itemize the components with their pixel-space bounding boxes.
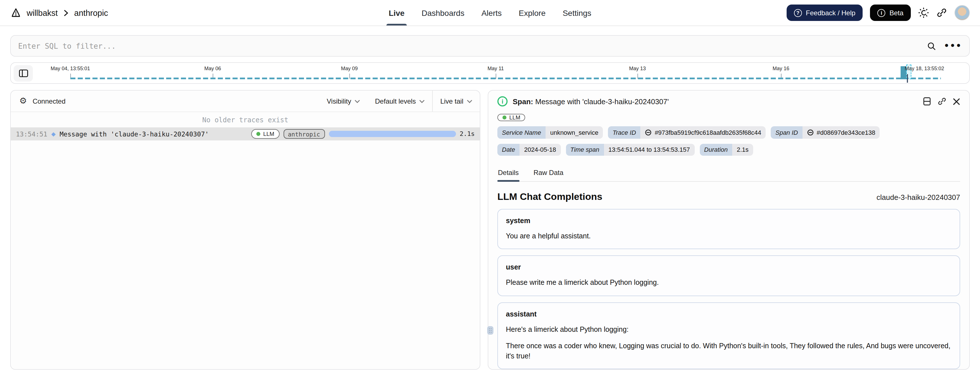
drag-dots-icon xyxy=(489,328,490,329)
sql-filter-bar: ••• xyxy=(10,35,970,57)
tab-dashboards[interactable]: Dashboards xyxy=(413,0,473,25)
span-meta-row-times: Date 2024-05-18 Time span 13:54:51.044 t… xyxy=(497,144,960,156)
span-id-chip: Span ID #d08697de343ce138 xyxy=(771,126,880,139)
copy-link-icon[interactable] xyxy=(937,97,947,106)
share-link-icon[interactable] xyxy=(936,7,947,18)
live-tail-dropdown[interactable]: Live tail xyxy=(433,90,480,112)
connection-status: Connected xyxy=(33,97,65,105)
llm-badge: LLM xyxy=(497,114,525,121)
tab-details[interactable]: Details xyxy=(497,164,519,181)
duration-chip: Duration 2.1s xyxy=(700,144,753,156)
timeline-tick-label: May 06 xyxy=(204,66,221,71)
span-header: i Span: Message with 'claude-3-haiku-202… xyxy=(497,90,960,112)
span-diamond-icon: ◆ xyxy=(51,131,56,137)
timeline-tick-label: May 13 xyxy=(629,66,646,71)
sql-filter-input[interactable] xyxy=(18,42,919,50)
chevron-down-icon xyxy=(355,100,360,103)
top-navbar: willbakst anthropic Live Dashboards Aler… xyxy=(0,0,980,26)
no-older-traces-message: No older traces exist xyxy=(11,112,480,127)
span-tabs: Details Raw Data xyxy=(497,164,960,182)
timeline-dashed-track xyxy=(70,77,941,79)
default-levels-dropdown[interactable]: Default levels xyxy=(368,90,433,112)
message-content: Please write me a limerick about Python … xyxy=(506,278,951,288)
breadcrumb: willbakst anthropic xyxy=(10,7,108,18)
search-icon[interactable] xyxy=(927,41,936,51)
split-view-icon[interactable] xyxy=(923,97,931,106)
filter-more-menu-icon[interactable]: ••• xyxy=(944,42,962,50)
tab-settings[interactable]: Settings xyxy=(554,0,600,25)
info-circle-icon: i xyxy=(878,9,886,17)
provider-badge: anthropic xyxy=(283,129,325,139)
timeline-tick-label: May 11 xyxy=(487,66,504,71)
green-dot-icon xyxy=(256,132,260,136)
duration-label: 2.1s xyxy=(460,130,475,138)
green-dot-icon xyxy=(503,116,506,119)
span-info-icon: i xyxy=(497,96,508,106)
section-title: LLM Chat Completions xyxy=(497,192,602,203)
trace-panel-header: ⚙ Connected Visibility Default levels Li… xyxy=(11,90,480,112)
span-meta-row-ids: Service Name unknown_service Trace ID #9… xyxy=(497,126,960,139)
date-chip: Date 2024-05-18 xyxy=(497,144,561,156)
timeline-tick-label: May 16 xyxy=(772,66,789,71)
link-icon[interactable] xyxy=(807,129,814,136)
visibility-dropdown[interactable]: Visibility xyxy=(319,90,368,112)
beta-button[interactable]: i Beta xyxy=(870,5,911,21)
time-span-chip: Time span 13:54:51.044 to 13:54:53.157 xyxy=(566,144,694,156)
message-content: There once was a coder who knew, Logging… xyxy=(506,341,951,361)
trace-panel-controls: Visibility Default levels Live tail xyxy=(319,90,480,112)
sidebar-toggle-button[interactable] xyxy=(14,65,33,82)
timeline-now-cursor xyxy=(907,74,908,83)
message-role: user xyxy=(506,263,951,272)
message-role: system xyxy=(506,216,951,226)
trace-row[interactable]: 13:54:51 ◆ Message with 'claude-3-haiku-… xyxy=(11,127,480,141)
message-card-system: system You are a helpful assistant. xyxy=(497,209,960,249)
user-avatar[interactable] xyxy=(955,5,970,21)
llm-badge: LLM xyxy=(251,129,279,139)
message-content: You are a helpful assistant. xyxy=(506,231,951,241)
tab-raw-data[interactable]: Raw Data xyxy=(533,164,564,181)
panel-resize-handle[interactable] xyxy=(487,326,493,335)
breadcrumb-project[interactable]: anthropic xyxy=(74,8,108,17)
message-card-user: user Please write me a limerick about Py… xyxy=(497,256,960,296)
chevron-down-icon xyxy=(419,100,425,103)
tab-explore[interactable]: Explore xyxy=(510,0,554,25)
logfire-logo-icon[interactable] xyxy=(10,7,22,18)
llm-section-header: LLM Chat Completions claude-3-haiku-2024… xyxy=(497,192,960,203)
timeline-tick-label: May 04, 13:55:01 xyxy=(51,66,90,71)
message-content: Here's a limerick about Python logging: xyxy=(506,324,951,334)
timeline-tick-label: May 18, 13:55:02 xyxy=(905,66,944,71)
breadcrumb-chevron-icon xyxy=(64,9,68,16)
trace-title: Message with 'claude-3-haiku-20240307' xyxy=(60,130,209,138)
breadcrumb-org[interactable]: willbakst xyxy=(27,8,58,17)
feedback-help-button[interactable]: ? Feedback / Help xyxy=(787,5,863,21)
close-icon[interactable] xyxy=(953,98,960,105)
question-circle-icon: ? xyxy=(794,9,802,17)
model-name: claude-3-haiku-20240307 xyxy=(877,193,960,201)
span-header-actions xyxy=(923,97,960,106)
tab-live[interactable]: Live xyxy=(380,0,413,25)
tab-alerts[interactable]: Alerts xyxy=(473,0,511,25)
trace-id-chip: Trace ID #973fba5919cf9c618aafdb2635f68c… xyxy=(608,126,765,139)
app-root: willbakst anthropic Live Dashboards Aler… xyxy=(0,0,980,372)
trace-timestamp: 13:54:51 xyxy=(16,130,47,138)
span-detail-panel: i Span: Message with 'claude-3-haiku-202… xyxy=(488,90,970,370)
timeline-tick-label: May 09 xyxy=(341,66,358,71)
duration-bar xyxy=(329,131,456,137)
message-card-assistant: assistant Here's a limerick about Python… xyxy=(497,302,960,369)
header-actions: ? Feedback / Help i Beta xyxy=(787,5,970,21)
span-title: Span: Message with 'claude-3-haiku-20240… xyxy=(513,97,669,106)
trace-list-panel: ⚙ Connected Visibility Default levels Li… xyxy=(10,90,480,370)
service-name-chip: Service Name unknown_service xyxy=(497,126,603,139)
timeline-histogram[interactable]: May 04, 13:55:01 May 06 May 09 May 11 Ma… xyxy=(10,62,970,84)
chevron-down-icon xyxy=(467,100,473,103)
link-icon[interactable] xyxy=(645,129,652,136)
main-nav: Live Dashboards Alerts Explore Settings xyxy=(380,0,600,25)
theme-toggle-icon[interactable] xyxy=(918,7,929,18)
gear-icon[interactable]: ⚙ xyxy=(19,97,27,105)
message-role: assistant xyxy=(506,309,951,319)
